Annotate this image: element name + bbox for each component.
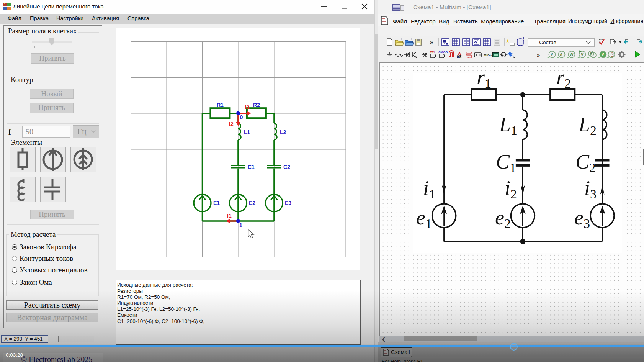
svg-text:I2: I2	[229, 121, 234, 127]
svg-text:MISC: MISC	[484, 53, 492, 57]
svg-text:0Ƨ: 0Ƨ	[457, 55, 462, 59]
svg-text:L1: L1	[499, 113, 517, 138]
svg-text:i2: i2	[505, 177, 517, 201]
svg-text:i3: i3	[584, 177, 597, 201]
svg-text:I3: I3	[245, 104, 250, 110]
svg-text:r1: r1	[477, 73, 491, 90]
svg-text:⌚: ⌚	[610, 52, 615, 57]
svg-text:C2: C2	[575, 150, 596, 175]
svg-text:r2: r2	[556, 73, 571, 90]
svg-text:A: A	[560, 52, 562, 57]
svg-text:V: V	[581, 52, 584, 57]
svg-text:L2: L2	[280, 129, 286, 135]
svg-text:V: V	[602, 52, 604, 57]
svg-text:L2: L2	[578, 113, 597, 138]
svg-text:C1: C1	[496, 150, 516, 175]
svg-text:C1: C1	[248, 164, 255, 170]
svg-text:e1: e1	[416, 206, 432, 231]
svg-text:0: 0	[240, 114, 243, 120]
svg-text:L1: L1	[244, 129, 250, 135]
svg-text:1: 1	[239, 222, 242, 228]
svg-text:A: A	[590, 52, 592, 56]
svg-text:E2: E2	[249, 200, 255, 206]
svg-text:I1: I1	[227, 213, 232, 219]
svg-text:C2: C2	[283, 164, 290, 170]
svg-text:»: »	[430, 39, 433, 45]
svg-text:V: V	[551, 52, 553, 57]
svg-text:E1: E1	[213, 200, 220, 206]
svg-text:R2: R2	[253, 102, 260, 108]
svg-text:E3: E3	[285, 200, 291, 206]
svg-text:TTL: TTL	[430, 51, 436, 54]
svg-text:W: W	[570, 52, 574, 57]
svg-text:R1: R1	[217, 102, 224, 108]
svg-text:e2: e2	[495, 206, 511, 231]
svg-text:CMOS: CMOS	[438, 51, 448, 54]
svg-text:»: »	[537, 52, 540, 58]
svg-text:i1: i1	[423, 177, 435, 201]
svg-text:e3: e3	[574, 206, 590, 231]
svg-text:--- Состав ---: --- Состав ---	[533, 39, 563, 45]
